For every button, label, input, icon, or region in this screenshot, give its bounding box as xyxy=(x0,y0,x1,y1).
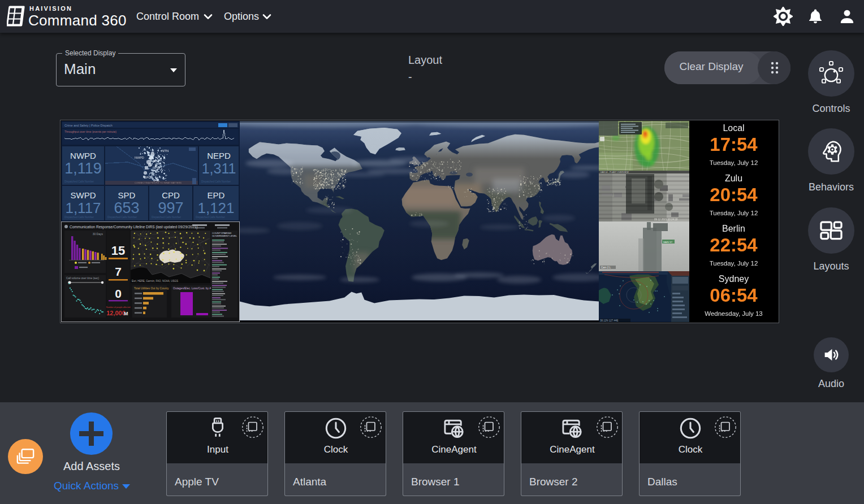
svg-text:CPD: CPD xyxy=(153,166,159,170)
svg-text:Cam 2 L: Cam 2 L xyxy=(601,266,611,269)
svg-text:09 12 2021 10:24:18: 09 12 2021 10:24:18 xyxy=(654,218,678,221)
svg-text:Esri, HERE, Garmin, FAO, NOAA,: Esri, HERE, Garmin, FAO, NOAA, USGS xyxy=(132,280,178,283)
svg-text:NWPD: NWPD xyxy=(70,151,96,160)
svg-text:NWPD: NWPD xyxy=(135,156,144,159)
svg-text:CPD: CPD xyxy=(162,190,180,200)
svg-text:Number of people affected: Number of people affected xyxy=(106,306,130,309)
svg-text:Outages/Elec. Loss/Cust. by Ar: Outages/Elec. Loss/Cust. by Area xyxy=(173,286,215,290)
svg-text:1,121: 1,121 xyxy=(197,199,234,216)
svg-text:NEPD: NEPD xyxy=(207,151,231,160)
svg-text:GOVERNMENT LEVEL: GOVERNMENT LEVEL xyxy=(212,234,237,237)
svg-text:653: 653 xyxy=(114,199,139,216)
svg-text:Call volume over time (sec): Call volume over time (sec) xyxy=(66,277,100,280)
svg-text:Total Utilities Out by County: Total Utilities Out by County xyxy=(134,286,169,290)
svg-text:7: 7 xyxy=(115,265,122,278)
svg-text:1,311: 1,311 xyxy=(202,160,236,176)
svg-text:Communication Response/Communi: Communication Response/Community Lifelin… xyxy=(70,225,198,229)
svg-text:Dispatched Calls Number: Dispatched Calls Number xyxy=(64,216,94,219)
svg-text:38.12N 127.44E: 38.12N 127.44E xyxy=(600,319,619,322)
svg-text:SPD: SPD xyxy=(145,176,151,179)
svg-text:EPD: EPD xyxy=(208,190,225,200)
svg-text:Throughput over time (events p: Throughput over time (events per minute) xyxy=(64,130,116,133)
svg-text:997: 997 xyxy=(158,199,183,216)
svg-text:M: M xyxy=(124,311,128,316)
svg-text:Dispatched Calls Number: Dispatched Calls Number xyxy=(196,216,226,219)
svg-text:1,117: 1,117 xyxy=(65,199,101,216)
svg-text:Dispatched Calls Number: Dispatched Calls Number xyxy=(201,180,231,183)
svg-text:SWPD: SWPD xyxy=(71,190,96,200)
svg-text:Dispatched Calls Number: Dispatched Calls Number xyxy=(152,216,182,219)
svg-text:0: 0 xyxy=(115,287,122,300)
svg-text:12,000: 12,000 xyxy=(106,310,126,316)
svg-text:1,119: 1,119 xyxy=(64,160,102,177)
svg-text:CAM 04 - PLANT OVERVIEW: CAM 04 - PLANT OVERVIEW xyxy=(600,171,629,173)
svg-text:15: 15 xyxy=(111,244,125,258)
svg-text:MAIN ST: MAIN ST xyxy=(663,241,673,244)
svg-text:30 Days: 30 Days xyxy=(93,232,103,236)
svg-text:Crime and Safety | Police Disp: Crime and Safety | Police Dispatch xyxy=(64,124,113,127)
svg-text:Dispatched Calls Number: Dispatched Calls Number xyxy=(107,216,137,219)
svg-text:NTN: NTN xyxy=(162,149,169,153)
svg-text:Dispatched Calls Number: Dispatched Calls Number xyxy=(64,180,94,183)
svg-text:CONNECTING PEOPLE TO WHAT MATT: CONNECTING PEOPLE TO WHAT MATTERS xyxy=(135,181,182,184)
svg-text:SPD: SPD xyxy=(118,190,136,200)
